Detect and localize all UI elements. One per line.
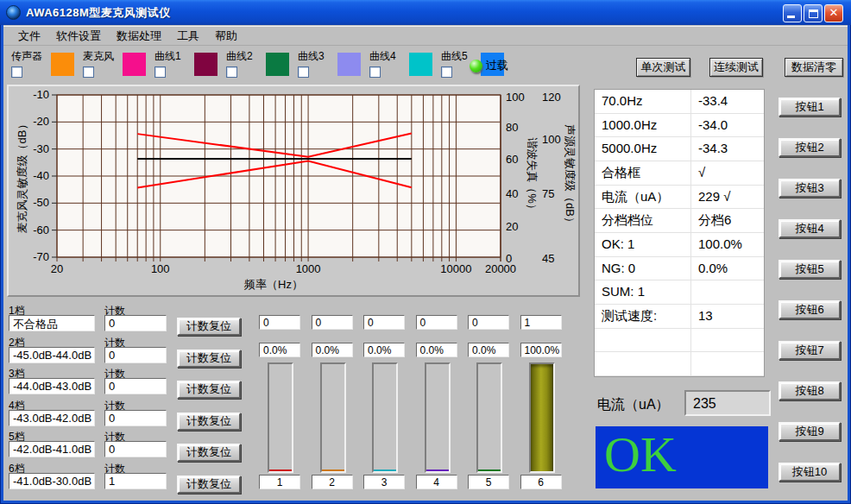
svg-text:120: 120 <box>542 91 561 104</box>
count-reset-button-5[interactable]: 计数复位 <box>177 444 241 462</box>
menu-item-4[interactable]: 工具 <box>169 27 207 46</box>
test-button-2[interactable]: 连续测试 <box>709 58 763 77</box>
minimize-button[interactable] <box>783 4 802 22</box>
legend-checkbox-quxian5[interactable] <box>441 66 452 78</box>
svg-text:10000: 10000 <box>440 262 471 275</box>
bin-count-field[interactable]: 0 <box>104 378 167 394</box>
maximize-icon <box>809 9 818 18</box>
side-button-10[interactable]: 按钮10 <box>779 463 841 482</box>
app-window: AWA6128M型麦克风测试仪 ✕ 文件软件设置数据处理工具帮助 过载 传声器麦… <box>0 0 851 504</box>
svg-text:100: 100 <box>506 91 525 104</box>
bin-row-5: 5档计数-42.0dB-41.0dB0计数复位 <box>9 430 254 461</box>
menu-item-1[interactable]: 文件 <box>10 27 48 46</box>
result-row-label: 5000.0Hz <box>595 137 691 161</box>
result-row-label: 70.0Hz <box>595 90 691 114</box>
overload-label: 过载 <box>486 58 508 73</box>
bin-range-field[interactable]: -43.0dB-42.0dB <box>9 410 95 426</box>
bar-tank-fill <box>531 364 553 471</box>
grade-bins: 1档计数不合格品0计数复位2档计数-45.0dB-44.0dB0计数复位3档计数… <box>9 304 254 495</box>
legend-item-label: 曲线2 <box>226 49 262 64</box>
bar-tank <box>529 362 555 473</box>
bar-tank <box>372 362 398 473</box>
side-button-9[interactable]: 按钮9 <box>779 422 841 441</box>
frequency-response-chart: -10-20-30-40-50-60-702010010001000020000… <box>7 85 580 297</box>
bin-count-field[interactable]: 0 <box>104 441 167 457</box>
bin-range-field[interactable]: 不合格品 <box>9 315 95 331</box>
result-row-value: 229 √ <box>691 186 764 210</box>
svg-text:-30: -30 <box>33 142 49 155</box>
overload-indicator: 过载 <box>470 58 508 73</box>
side-button-1[interactable]: 按钮1 <box>779 98 841 117</box>
side-button-8[interactable]: 按钮8 <box>779 381 841 400</box>
side-button-6[interactable]: 按钮6 <box>779 300 841 319</box>
result-row-label: 分档档位 <box>595 209 691 233</box>
test-button-1[interactable]: 单次测试 <box>636 58 690 77</box>
bar-tank-baseline <box>269 469 292 471</box>
legend-color-swatch <box>123 53 146 76</box>
bin-count-field[interactable]: 1 <box>104 473 167 489</box>
status-text: OK <box>596 426 768 483</box>
legend-color-swatch <box>51 53 74 76</box>
count-reset-button-4[interactable]: 计数复位 <box>177 413 241 431</box>
menu-bar: 文件软件设置数据处理工具帮助 <box>3 26 848 46</box>
close-button[interactable]: ✕ <box>824 4 843 22</box>
bar-column-5: 00.0%5 <box>468 311 516 495</box>
current-label: 电流（uA） <box>597 396 670 414</box>
count-reset-button-2[interactable]: 计数复位 <box>177 350 241 368</box>
svg-text:45: 45 <box>542 252 554 265</box>
bin-count-field[interactable]: 0 <box>104 347 167 363</box>
result-row-label: 1000.0Hz <box>595 114 691 138</box>
bin-range-field[interactable]: -42.0dB-41.0dB <box>9 441 95 457</box>
svg-text:100: 100 <box>151 262 170 275</box>
legend-checkbox-quxian2[interactable] <box>226 66 237 78</box>
legend-checkbox-chuanshengqi[interactable] <box>11 66 22 78</box>
bar-tank-baseline <box>426 469 449 471</box>
bin-row-6: 6档计数-41.0dB-30.0dB1计数复位 <box>9 462 254 493</box>
menu-item-3[interactable]: 数据处理 <box>109 27 169 46</box>
legend-color-swatch <box>266 53 289 76</box>
legend-checkbox-quxian1[interactable] <box>154 66 166 78</box>
bar-percent-box: 100.0% <box>520 343 562 357</box>
result-row-value: 0.0% <box>691 257 764 281</box>
legend-item-label: 传声器 <box>11 49 47 64</box>
bar-count-box: 0 <box>312 315 353 330</box>
count-reset-button-3[interactable]: 计数复位 <box>177 381 241 399</box>
bin-row-3: 3档计数-44.0dB-43.0dB0计数复位 <box>9 367 254 398</box>
bin-count-field[interactable]: 0 <box>104 315 167 331</box>
bin-range-field[interactable]: -41.0dB-30.0dB <box>9 473 95 489</box>
legend-checkbox-quxian3[interactable] <box>298 66 309 78</box>
results-table: 70.0Hz-33.41000.0Hz-34.05000.0Hz-34.3合格框… <box>594 89 765 377</box>
side-button-7[interactable]: 按钮7 <box>779 341 841 360</box>
bar-count-box: 0 <box>259 315 300 330</box>
side-button-4[interactable]: 按钮4 <box>779 219 841 238</box>
count-reset-button-6[interactable]: 计数复位 <box>177 476 241 494</box>
result-row-label <box>595 329 691 353</box>
side-button-2[interactable]: 按钮2 <box>779 138 841 157</box>
bin-range-field[interactable]: -44.0dB-43.0dB <box>9 378 95 394</box>
bin-range-field[interactable]: -45.0dB-44.0dB <box>9 347 95 363</box>
legend-item-label: 曲线1 <box>154 49 191 64</box>
svg-text:-40: -40 <box>33 169 49 182</box>
legend-strip: 过载 传声器麦克风曲线1曲线2曲线3曲线4曲线5 <box>7 49 585 82</box>
menu-item-2[interactable]: 软件设置 <box>48 27 109 46</box>
bin-count-field[interactable]: 0 <box>104 410 167 426</box>
maximize-button[interactable] <box>804 4 823 22</box>
legend-item-label: 麦克风 <box>83 49 119 64</box>
menu-item-5[interactable]: 帮助 <box>207 27 245 46</box>
result-row-label: 电流（uA） <box>595 186 691 210</box>
svg-text:0: 0 <box>506 252 512 265</box>
legend-color-swatch <box>194 53 217 76</box>
result-row-value: 100.0% <box>691 233 764 257</box>
side-button-5[interactable]: 按钮5 <box>779 260 841 279</box>
result-row-value: -34.3 <box>691 137 764 161</box>
svg-text:1000: 1000 <box>296 262 321 275</box>
count-reset-button-1[interactable]: 计数复位 <box>177 318 241 336</box>
legend-checkbox-quxian4[interactable] <box>369 66 381 78</box>
status-panel: OK <box>596 426 768 488</box>
svg-text:20: 20 <box>51 262 63 275</box>
side-button-3[interactable]: 按钮3 <box>779 179 841 198</box>
bar-number-box: 1 <box>259 475 300 489</box>
bar-number-box: 2 <box>312 475 353 489</box>
legend-checkbox-maikefeng[interactable] <box>83 66 94 78</box>
test-button-3[interactable]: 数据清零 <box>785 58 843 77</box>
